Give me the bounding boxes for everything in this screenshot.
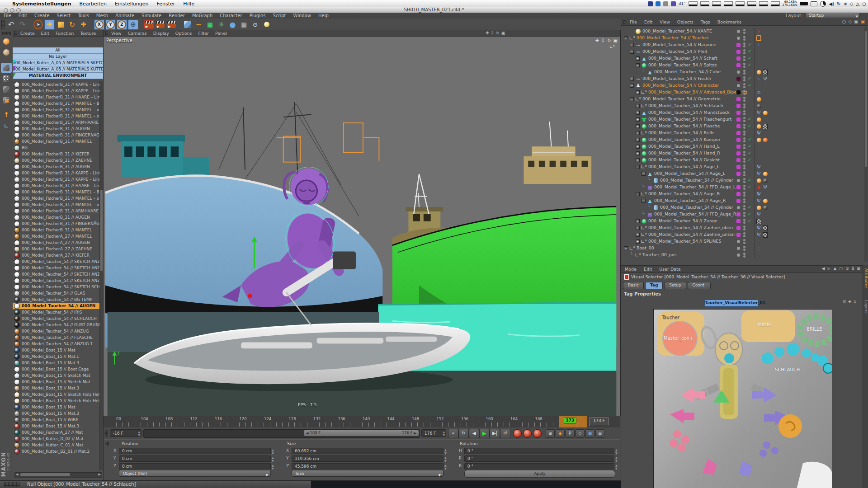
apply-button[interactable]: Apply [464, 470, 615, 478]
selector-figure[interactable] [699, 325, 742, 419]
viewport-nav-icons[interactable]: ✚⇩↻▣ [595, 38, 618, 43]
layer-color-chip[interactable] [736, 77, 741, 81]
material-item[interactable]: 000_Model_FischerB_31 // MANTEL – outlin… [13, 202, 100, 208]
expand-toggle[interactable]: + [630, 77, 634, 81]
layer-color-chip[interactable] [736, 97, 741, 101]
material-item[interactable]: 000_Model_FischerB_31 // KAPPE – Linie B… [13, 88, 100, 94]
object-row[interactable]: −∟°000_Model_Taucher_54 // Taucher [621, 35, 868, 42]
layer-color-chip[interactable] [737, 30, 740, 33]
expand-toggle[interactable]: + [636, 151, 640, 155]
viewport-menu-display[interactable]: Display [153, 31, 169, 36]
app-icon[interactable] [648, 1, 653, 6]
enabled-check-icon[interactable]: ✓ [748, 205, 751, 210]
tag-ball-icon[interactable] [756, 124, 761, 129]
visibility-dots[interactable] [743, 36, 745, 41]
material-item[interactable]: 000_Model_Boat_15 // Boot Cage [13, 366, 100, 372]
expand-toggle[interactable]: − [624, 246, 628, 250]
scroll-right-icon[interactable]: ▶ [99, 473, 101, 477]
material-item[interactable]: BG [13, 145, 100, 151]
tag-chk-icon[interactable] [763, 70, 768, 75]
material-hscrollbar[interactable]: ◀ ▶ [14, 472, 102, 478]
enabled-check-icon[interactable]: ✓ [748, 144, 751, 149]
material-item[interactable]: 000_Model_FischerA_27 // ZAEHNE [13, 246, 100, 252]
object-row[interactable]: +000_Model_Taucher_54 // Hand_L✓ [621, 143, 868, 150]
object-row[interactable]: −♟000_Model_Taucher_54 // Character✓ [621, 82, 868, 89]
visibility-dots[interactable] [743, 192, 745, 197]
enabled-check-icon[interactable]: ✓ [748, 137, 751, 142]
object-tags[interactable]: Ψ [756, 198, 768, 203]
stepper-icon[interactable]: ▲▼ [444, 448, 447, 455]
coord-field-size-z[interactable]: 45.596 cm [292, 463, 443, 469]
object-row[interactable]: +000_Model_Taucher_54 // Gesicht✓ [621, 157, 868, 164]
visibility-dots[interactable] [743, 97, 745, 102]
layer-row[interactable]: 000_Model_Kutter_A_05 // MATERIALS SKETC… [13, 60, 103, 66]
material-item[interactable]: 000_Model_Boat_15 // Sketch Holz Hell [13, 398, 100, 404]
expand-toggle[interactable]: + [636, 219, 640, 223]
tag-bone-icon[interactable]: Ψ [756, 164, 761, 169]
tag-ball-icon[interactable] [763, 171, 768, 176]
material-item[interactable]: 000_Model_FischerB_31 // ZAEHNE [13, 157, 100, 164]
play-button[interactable]: ▶ [479, 429, 490, 438]
current-frame-marker[interactable]: 173 [564, 417, 576, 424]
tag-bone-icon[interactable]: Ψ [756, 131, 761, 136]
coord-field-rotation-h[interactable]: 0 ° [464, 448, 614, 454]
layer-color-chip[interactable] [736, 63, 741, 67]
material-item[interactable]: 000_Model_FischerB_31 // HAARE – Linie R… [13, 183, 100, 189]
tag-rdot-icon[interactable] [756, 185, 761, 190]
polygons-mode-button[interactable] [1, 95, 12, 105]
volume-icon[interactable]: ◀) [829, 1, 834, 6]
material-item[interactable]: 000_Model_FischerB_31 // MANTEL [13, 227, 100, 233]
menu-item-tools[interactable]: Tools [78, 13, 89, 18]
viewport-menu-panel[interactable]: Panel [215, 31, 227, 36]
timeline-scrollbar[interactable]: ◄ 100 F 176 F ► [143, 429, 420, 438]
material-item[interactable]: 000_Model_Taucher_54 // SCHLAUCH [13, 315, 100, 322]
attr-menu-edit[interactable]: Edit [644, 267, 652, 272]
menu-item-create[interactable]: Create [34, 13, 49, 18]
material-item[interactable]: 000_Model_FischerB_31 // MANTEL – BLAUE … [13, 189, 100, 195]
object-tags[interactable]: Ψ [756, 212, 761, 217]
layer-color-chip[interactable] [737, 84, 740, 87]
visibility-dots[interactable] [743, 239, 745, 244]
add-generator-button[interactable]: ▦ [205, 19, 215, 30]
key-pla-toggle[interactable]: ▣ [585, 429, 594, 438]
tag-bone-icon[interactable]: Ψ [756, 198, 761, 203]
material-item[interactable]: 000_Model_Taucher_54 // ANZUG [13, 328, 100, 334]
material-item[interactable]: 000_Model_FischerB_31 // KIEFER [13, 151, 100, 157]
object-tags[interactable]: Ψ [756, 164, 761, 169]
object-row[interactable]: +∟°000_Model_Taucher_54 // SPLINES [621, 238, 868, 245]
coords-grip[interactable] [105, 441, 109, 446]
layer-color-chip[interactable] [737, 206, 740, 209]
mac-menu-item[interactable]: Einstellungen [115, 1, 149, 7]
object-tags[interactable] [756, 36, 761, 41]
viewport-menu-options[interactable]: Options [175, 31, 192, 36]
menu-item-render[interactable]: Render [169, 13, 185, 18]
object-row[interactable]: +000_Model_Taucher_54 // Koerper✓ [621, 136, 868, 143]
layer-color-chip[interactable] [736, 56, 741, 61]
mode-toolbar-grip[interactable] [2, 32, 11, 35]
object-tags[interactable] [756, 219, 761, 224]
om-menu-objects[interactable]: Objects [677, 19, 693, 24]
viewport-panel-icons[interactable]: ✚⇩↻▣ [486, 31, 505, 35]
tag-obox-icon[interactable] [756, 36, 761, 41]
object-row[interactable]: +~000_Model_Taucher_54 // Harpune✓∴ [621, 42, 868, 48]
visual-selector-canvas[interactable]: Taucher Master_con+ MIMIK BRILLE SCHLAUC… [653, 309, 832, 488]
viewport-menu-cameras[interactable]: Cameras [128, 31, 147, 36]
material-item[interactable]: 000_Model_Boat_15 // Mat.1 [13, 353, 100, 360]
goto-end-button[interactable]: ↺ [500, 429, 510, 438]
expand-toggle[interactable]: − [642, 199, 646, 203]
layer-row[interactable]: All [13, 47, 103, 54]
menu-item-simulate[interactable]: Simulate [142, 13, 161, 18]
material-item[interactable]: 000_Model_FischerB_31 // MANTEL – BLAUE … [13, 100, 100, 107]
light-button[interactable] [261, 19, 272, 30]
selector-row-icons[interactable]: ⊞✚⇩ [843, 300, 857, 304]
layer-color-chip[interactable] [737, 240, 740, 243]
lock-z-axis-button[interactable]: Z [117, 19, 127, 30]
layer-color-chip[interactable] [736, 172, 741, 176]
attr-menu-user-data[interactable]: User Data [659, 267, 680, 272]
menu-item-window[interactable]: Window [293, 13, 311, 18]
om-menu-view[interactable]: View [660, 19, 670, 24]
object-row[interactable]: +∟°000_Model_Taucher_54 // Zaehne_untenΨ [621, 231, 868, 238]
lock-y-axis-button[interactable]: Y [105, 19, 116, 30]
material-menu-edit[interactable]: Edit [41, 31, 49, 36]
tag-ball-icon[interactable] [756, 70, 761, 75]
